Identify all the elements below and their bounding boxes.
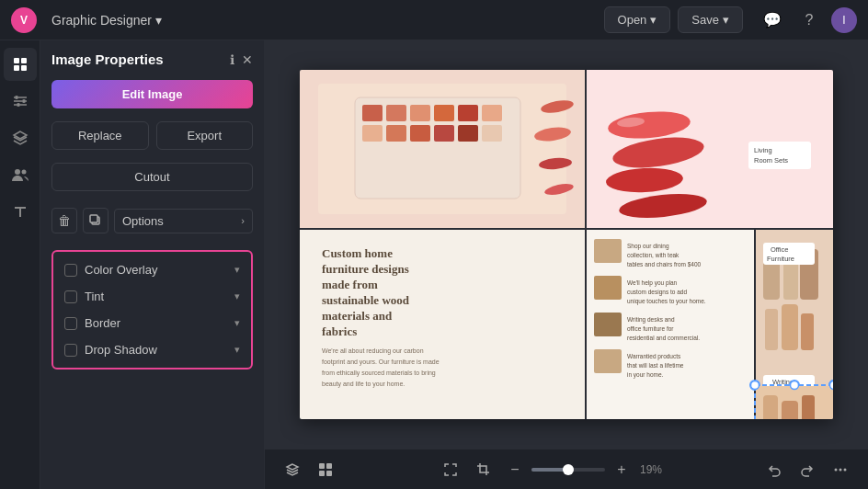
export-button[interactable]: Export bbox=[156, 121, 254, 150]
replace-button[interactable]: Replace bbox=[51, 121, 149, 150]
svg-point-107 bbox=[751, 381, 760, 390]
svg-text:that will last a lifetime: that will last a lifetime bbox=[627, 362, 684, 369]
zoom-slider[interactable] bbox=[531, 468, 605, 472]
svg-text:sustainable wood: sustainable wood bbox=[322, 293, 410, 307]
bottom-right bbox=[761, 457, 853, 483]
svg-text:beauty and life to your home.: beauty and life to your home. bbox=[322, 381, 405, 388]
svg-rect-29 bbox=[434, 125, 454, 142]
svg-rect-101 bbox=[782, 401, 798, 419]
cutout-button[interactable]: Cutout bbox=[51, 163, 253, 191]
svg-text:custom designs to add: custom designs to add bbox=[627, 289, 687, 296]
text-icon[interactable] bbox=[4, 195, 37, 228]
app-name-button[interactable]: Graphic Designer ▾ bbox=[44, 9, 169, 31]
fit-screen-icon[interactable] bbox=[438, 457, 463, 483]
drop-shadow-chevron: ▾ bbox=[234, 344, 240, 356]
svg-text:We'll help you plan: We'll help you plan bbox=[627, 279, 678, 287]
help-button[interactable]: ? bbox=[794, 6, 824, 35]
tint-item[interactable]: Tint ▾ bbox=[57, 284, 247, 309]
zoom-out-button[interactable]: − bbox=[504, 459, 526, 481]
svg-point-119 bbox=[835, 468, 838, 471]
svg-rect-1 bbox=[21, 58, 27, 63]
layers-icon[interactable] bbox=[4, 121, 37, 154]
crop-icon[interactable] bbox=[471, 457, 497, 483]
svg-rect-82 bbox=[801, 313, 814, 350]
elements-icon[interactable] bbox=[4, 48, 37, 81]
delete-button[interactable]: 🗑 bbox=[51, 208, 77, 233]
bottom-bar: − + 19% bbox=[265, 449, 868, 489]
main-area: Image Properties ℹ ✕ Edit Image Replace … bbox=[0, 40, 868, 489]
duplicate-button[interactable] bbox=[83, 208, 108, 233]
layers-bottom-icon[interactable] bbox=[280, 457, 305, 483]
bottom-left bbox=[280, 457, 338, 483]
svg-text:unique touches to your home.: unique touches to your home. bbox=[627, 298, 706, 305]
svg-point-7 bbox=[22, 99, 26, 103]
drop-shadow-item[interactable]: Drop Shadow ▾ bbox=[57, 337, 247, 362]
svg-text:Furniture: Furniture bbox=[767, 255, 794, 263]
people-icon[interactable] bbox=[4, 158, 37, 191]
app-logo[interactable]: V bbox=[11, 7, 37, 33]
svg-rect-27 bbox=[386, 125, 406, 142]
svg-rect-81 bbox=[782, 304, 798, 350]
border-chevron: ▾ bbox=[234, 317, 240, 329]
open-label: Open bbox=[618, 13, 647, 27]
svg-rect-115 bbox=[319, 463, 325, 469]
options-row: 🗑 Options › bbox=[51, 208, 253, 233]
zoom-in-button[interactable]: + bbox=[611, 459, 633, 481]
border-label: Border bbox=[85, 316, 120, 330]
svg-text:Writing desks and: Writing desks and bbox=[627, 316, 675, 324]
svg-text:furniture designs: furniture designs bbox=[322, 262, 409, 276]
bottom-center: − + 19% bbox=[438, 457, 662, 483]
border-checkbox[interactable] bbox=[64, 317, 77, 330]
color-overlay-checkbox[interactable] bbox=[64, 264, 77, 277]
save-button[interactable]: Save ▾ bbox=[678, 6, 743, 33]
adjust-icon[interactable] bbox=[4, 85, 37, 118]
svg-text:Living: Living bbox=[754, 146, 772, 154]
color-overlay-item[interactable]: Color Overlay ▾ bbox=[57, 257, 247, 282]
svg-point-109 bbox=[830, 381, 834, 390]
undo-icon[interactable] bbox=[761, 457, 787, 483]
svg-text:from ethically sourced materia: from ethically sourced materials to brin… bbox=[322, 370, 436, 377]
svg-text:residential and commercial.: residential and commercial. bbox=[627, 335, 700, 341]
svg-text:Room Sets: Room Sets bbox=[754, 156, 788, 165]
svg-point-4 bbox=[15, 96, 18, 99]
svg-rect-25 bbox=[482, 105, 502, 121]
svg-text:materials and: materials and bbox=[322, 309, 393, 323]
magazine-canvas[interactable]: Sets starting at $1200 Living Room Sets bbox=[300, 70, 833, 419]
side-panel: Image Properties ℹ ✕ Edit Image Replace … bbox=[40, 40, 265, 489]
svg-point-14 bbox=[21, 170, 26, 175]
svg-rect-20 bbox=[362, 105, 383, 121]
grid-bottom-icon[interactable] bbox=[313, 457, 338, 483]
color-overlay-label: Color Overlay bbox=[85, 263, 157, 277]
info-icon[interactable]: ℹ bbox=[230, 52, 234, 67]
border-item[interactable]: Border ▾ bbox=[57, 311, 247, 335]
more-icon[interactable] bbox=[828, 457, 853, 483]
zoom-slider-handle[interactable] bbox=[563, 464, 574, 475]
zoom-control: − + bbox=[504, 459, 633, 481]
svg-rect-16 bbox=[90, 215, 97, 222]
open-button[interactable]: Open ▾ bbox=[604, 6, 671, 33]
svg-rect-26 bbox=[362, 125, 383, 142]
svg-text:in your home.: in your home. bbox=[627, 371, 664, 379]
svg-rect-80 bbox=[765, 309, 778, 350]
svg-point-10 bbox=[17, 103, 20, 107]
user-avatar[interactable]: I bbox=[831, 7, 857, 33]
effects-list: Color Overlay ▾ Tint ▾ Border ▾ bbox=[51, 250, 253, 370]
svg-rect-68 bbox=[594, 313, 622, 336]
edit-image-button[interactable]: Edit Image bbox=[51, 80, 253, 108]
canvas-inner[interactable]: Sets starting at $1200 Living Room Sets bbox=[265, 40, 868, 449]
svg-rect-3 bbox=[21, 65, 27, 71]
options-dropdown[interactable]: Options › bbox=[114, 209, 253, 233]
tint-checkbox[interactable] bbox=[64, 290, 77, 303]
redo-icon[interactable] bbox=[794, 457, 820, 483]
svg-rect-22 bbox=[410, 105, 430, 121]
save-label: Save bbox=[691, 13, 719, 27]
topbar: V Graphic Designer ▾ Open ▾ Save ▾ 💬 ? I bbox=[0, 0, 868, 40]
tint-chevron: ▾ bbox=[234, 290, 240, 302]
close-icon[interactable]: ✕ bbox=[242, 52, 253, 67]
svg-rect-23 bbox=[434, 105, 454, 121]
options-label: Options bbox=[122, 214, 164, 228]
drop-shadow-checkbox[interactable] bbox=[64, 344, 77, 357]
svg-rect-117 bbox=[319, 471, 325, 476]
svg-rect-102 bbox=[802, 395, 815, 419]
comments-button[interactable]: 💬 bbox=[758, 6, 787, 35]
